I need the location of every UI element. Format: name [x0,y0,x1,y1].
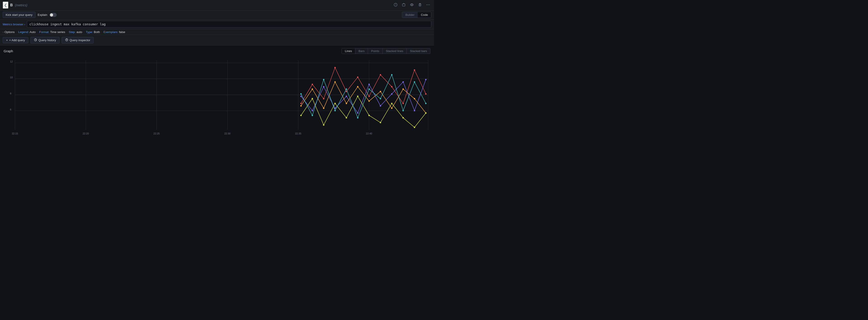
series-blue-dot3 [323,86,324,87]
series-teal-dot8 [380,98,381,99]
series-teal-dot12 [425,103,427,104]
toolbar: ❮ B (metrics) ? [0,0,434,10]
x-label-2240: 22:40 [366,132,372,135]
series-red-dot12 [425,93,427,95]
y-label-12: 12 [10,60,13,63]
series-orange-dot5 [346,103,347,104]
toggle-track [50,13,57,17]
builder-button[interactable]: Builder [402,12,417,18]
y-label-10: 10 [10,76,13,79]
series-red-dot2 [312,84,313,85]
preview-button[interactable] [409,2,415,8]
delete-button[interactable] [417,2,423,8]
query-label-b: B [10,3,13,7]
exemplars-option: Exemplars: false [103,30,125,34]
help-button[interactable]: ? [393,2,399,8]
svg-point-13 [66,39,67,39]
series-yellow-dot3 [323,124,324,125]
explain-toggle[interactable] [50,13,57,17]
series-teal-dot2 [312,115,313,116]
series-teal-dot11 [414,81,415,83]
series-teal-dot10 [402,110,404,111]
svg-rect-2 [402,4,405,6]
series-teal-dot4 [334,110,336,111]
series-blue-dot9 [391,93,393,95]
series-red-dot11 [414,69,415,70]
y-label-8: 8 [10,92,11,95]
svg-text:?: ? [395,4,396,6]
series-yellow-dot9 [391,103,393,104]
code-button[interactable]: Code [418,12,431,18]
series-orange-dot [301,105,302,107]
series-teal-dot7 [368,88,370,90]
series-blue-dot6 [357,112,359,114]
stacked-lines-button[interactable]: Stacked lines [383,49,407,54]
metrics-browser-label: Metrics browser [3,23,24,26]
query-inspector-button[interactable]: Query inspector [62,37,94,43]
toggle-thumb [50,13,53,17]
series-teal-dot3 [323,79,324,80]
query-label-metrics: (metrics) [15,3,27,7]
share-button[interactable] [401,2,407,8]
svg-point-7 [427,4,427,5]
chart-area: 12 10 8 6 22:15 22:20 22:25 22:30 22:35 … [4,56,430,142]
query-row: Kick start your query Explain Builder Co… [0,10,434,20]
series-red [301,68,426,104]
series-yellow-dot [301,115,302,116]
bars-button[interactable]: Bars [355,49,368,54]
series-yellow-dot12 [425,112,427,114]
series-yellow-dot5 [346,117,347,118]
explain-label: Explain [38,13,48,17]
svg-rect-4 [419,4,421,6]
kick-start-button[interactable]: Kick start your query [3,12,35,18]
svg-point-3 [411,4,412,5]
inspector-icon [65,38,68,42]
series-red-dot9 [391,86,393,87]
x-label-2225: 22:25 [153,132,160,135]
series-teal-dot [301,93,302,95]
series-red-dot4 [334,67,336,68]
series-blue-dot11 [414,110,415,111]
series-blue-dot5 [346,95,347,97]
series-blue [301,80,426,113]
series-red-dot3 [323,98,324,99]
stacked-bars-button[interactable]: Stacked bars [407,49,430,54]
series-yellow-dot11 [414,127,415,128]
series-orange-dot4 [334,81,336,83]
format-option: Format: Time series [39,30,65,34]
series-teal-dot9 [391,74,393,75]
series-orange-dot10 [402,88,404,90]
series-orange-dot7 [368,100,370,101]
history-icon [34,38,37,42]
series-blue-dot12 [425,79,427,80]
points-button[interactable]: Points [368,49,383,54]
add-query-button[interactable]: + + Add query [3,37,28,43]
svg-point-9 [429,4,430,5]
svg-point-8 [428,4,429,5]
graph-title: Graph [4,49,13,53]
series-red-dot7 [368,95,370,97]
x-label-2215: 22:15 [12,132,18,135]
series-red-dot10 [402,103,404,104]
query-input[interactable] [27,21,431,28]
options-label: Options [4,30,15,34]
query-history-button[interactable]: Query history [31,37,59,43]
graph-type-buttons: Lines Bars Points Stacked lines Stacked … [342,48,430,54]
metrics-browser-link[interactable]: Metrics browser › [3,23,25,26]
series-blue-dot7 [368,84,370,85]
options-expand[interactable]: › Options [3,30,15,34]
x-label-2235: 22:35 [295,132,301,135]
options-row: › Options Legend: Auto Format: Time seri… [0,29,434,35]
series-red-dot6 [357,77,359,78]
graph-header: Graph Lines Bars Points Stacked lines St… [4,48,430,54]
series-blue-dot [301,95,302,97]
collapse-button[interactable]: ❮ [3,2,8,9]
more-button[interactable] [425,2,431,8]
series-orange-dot11 [414,98,415,99]
graph-container: Graph Lines Bars Points Stacked lines St… [0,46,434,144]
step-option: Step: auto [69,30,82,34]
lines-button[interactable]: Lines [342,49,355,54]
y-label-6: 6 [10,108,11,111]
series-orange-dot2 [312,88,313,90]
series-yellow-dot10 [402,117,404,118]
